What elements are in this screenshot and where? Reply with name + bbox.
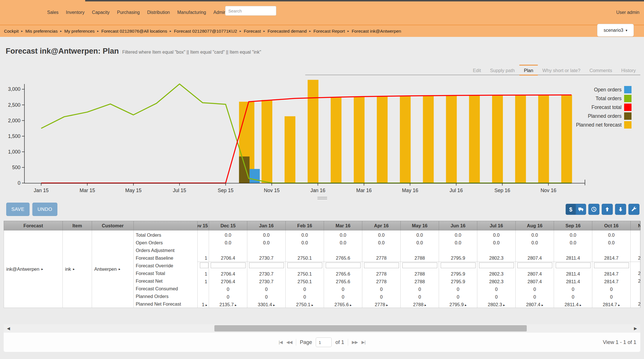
save-button[interactable]: SAVE bbox=[6, 203, 30, 216]
expand-caret-icon[interactable]: ▸ bbox=[119, 267, 120, 271]
forecast-override-input-oct-16[interactable] bbox=[594, 263, 629, 268]
cell-forecast_override-jul-16 bbox=[477, 263, 515, 270]
col-header-sep-16[interactable]: Sep 16 bbox=[554, 221, 592, 230]
col-header-nov-15-clipped[interactable]: Nov 15 bbox=[198, 221, 209, 230]
forecast-override-input-mar-16[interactable] bbox=[326, 263, 361, 268]
expand-caret-icon[interactable]: ▸ bbox=[73, 267, 75, 271]
measure-label-forecast-consumed: Forecast Consumed bbox=[134, 285, 197, 293]
drilldown-caret-icon[interactable]: ▸ bbox=[465, 303, 467, 307]
col-header-dec-15[interactable]: Dec 15 bbox=[209, 221, 247, 230]
upload-button[interactable] bbox=[602, 204, 613, 215]
col-header-oct-16[interactable]: Oct 16 bbox=[592, 221, 631, 230]
breadcrumb-item-forecast-ink-antwerpen[interactable]: Forecast ink@Antwerpen bbox=[352, 29, 401, 34]
cell-planned_orders-oct-16: 0 bbox=[592, 293, 630, 301]
expand-caret-icon[interactable]: ▸ bbox=[41, 267, 43, 271]
scroll-right-button[interactable]: ▶ bbox=[631, 324, 640, 333]
next-page-button[interactable]: ▶▶ bbox=[352, 340, 358, 345]
col-header-jul-16[interactable]: Jul 16 bbox=[477, 221, 516, 230]
first-page-button[interactable]: |◀ bbox=[279, 340, 282, 345]
nav-item-sales[interactable]: Sales bbox=[47, 10, 58, 15]
forecast-override-input-jun-16[interactable] bbox=[441, 263, 476, 268]
user-menu[interactable]: User admin bbox=[616, 0, 639, 25]
drilldown-caret-icon[interactable]: ▸ bbox=[273, 303, 275, 307]
col-header-aug-16[interactable]: Aug 16 bbox=[516, 221, 554, 230]
col-header-item[interactable]: Item bbox=[63, 221, 92, 230]
nav-item-admin[interactable]: Admin bbox=[214, 10, 226, 15]
nav-item-capacity[interactable]: Capacity bbox=[92, 10, 110, 15]
drilldown-caret-icon[interactable]: ▸ bbox=[350, 303, 352, 307]
breadcrumb-item-cockpit[interactable]: Cockpit bbox=[4, 29, 19, 34]
breadcrumb-item-forecast-02128076-all-locations[interactable]: Forecast 02128076@All locations bbox=[101, 29, 167, 34]
breadcrumb: Cockpit▸Mis preferencias▸My preferences▸… bbox=[4, 25, 401, 37]
nav-item-distribution[interactable]: Distribution bbox=[147, 10, 170, 15]
cell-open_orders-may-16: 0.0 bbox=[401, 239, 439, 247]
nav-item-inventory[interactable]: Inventory bbox=[66, 10, 85, 15]
nav-item-manufacturing[interactable]: Manufacturing bbox=[177, 10, 206, 15]
drilldown-caret-icon[interactable]: ▸ bbox=[618, 303, 620, 307]
undo-button[interactable]: UNDO bbox=[32, 203, 57, 216]
forecast-override-input-sep-16[interactable] bbox=[556, 263, 591, 268]
drilldown-caret-icon[interactable]: ▸ bbox=[235, 303, 237, 307]
forecast-override-input-apr-16[interactable] bbox=[364, 263, 399, 268]
col-may-16: 0.00.0278827882788002788▸ bbox=[401, 230, 439, 308]
drilldown-caret-icon[interactable]: ▸ bbox=[311, 303, 313, 307]
resize-handle[interactable] bbox=[317, 197, 327, 199]
x-tick-label: May 16 bbox=[402, 188, 418, 193]
col-header-may-16[interactable]: May 16 bbox=[401, 221, 439, 230]
breadcrumb-item-mis-preferencias[interactable]: Mis preferencias bbox=[25, 29, 58, 34]
currency-toggle-button[interactable]: $ bbox=[566, 204, 576, 215]
download-button[interactable] bbox=[615, 204, 626, 215]
cell-customer-label: Antwerpen bbox=[94, 266, 117, 272]
forecast-override-input-jul-16[interactable] bbox=[479, 263, 514, 268]
col-header-apr-16[interactable]: Apr 16 bbox=[362, 221, 401, 230]
drilldown-caret-icon[interactable]: ▸ bbox=[425, 303, 426, 307]
drilldown-caret-icon[interactable]: ▸ bbox=[206, 303, 207, 307]
nav-item-purchasing[interactable]: Purchasing bbox=[117, 10, 140, 15]
col-header-feb-16[interactable]: Feb 16 bbox=[286, 221, 324, 230]
measure-label-forecast-net: Forecast Net bbox=[134, 277, 197, 285]
forecast-override-input-nov-15[interactable] bbox=[200, 263, 208, 268]
scroll-left-button[interactable]: ◀ bbox=[4, 324, 13, 333]
forecast-override-input-dec-15[interactable] bbox=[211, 263, 246, 268]
drilldown-caret-icon[interactable]: ▸ bbox=[503, 303, 505, 307]
x-tick-label: Jan 15 bbox=[34, 188, 49, 193]
prev-page-button[interactable]: ◀◀ bbox=[286, 340, 292, 345]
tab-history[interactable]: History bbox=[617, 65, 640, 75]
col-header-jan-16[interactable]: Jan 16 bbox=[247, 221, 286, 230]
breadcrumb-item-forecast-02128077-10771ku2[interactable]: Forecast 02128077@10771KU2 bbox=[174, 29, 237, 34]
breadcrumb-item-forecast-report[interactable]: Forecast Report bbox=[313, 29, 345, 34]
drilldown-caret-icon[interactable]: ▸ bbox=[386, 303, 388, 307]
breadcrumb-item-forecast[interactable]: Forecast bbox=[244, 29, 261, 34]
drilldown-caret-icon[interactable]: ▸ bbox=[541, 303, 543, 307]
tab-plan[interactable]: Plan bbox=[519, 65, 538, 75]
cell-planned_orders-dec-15: 0 bbox=[209, 293, 247, 301]
units-toggle-button[interactable] bbox=[576, 204, 586, 215]
search-input[interactable] bbox=[225, 6, 276, 16]
col-header-measures[interactable] bbox=[134, 221, 198, 230]
breadcrumb-item-forecasted-demand[interactable]: Forecasted demand bbox=[267, 29, 307, 34]
col-header-customer[interactable]: Customer bbox=[92, 221, 134, 230]
history-button[interactable] bbox=[588, 204, 599, 215]
tab-supply-path[interactable]: Supply path bbox=[486, 65, 519, 75]
forecast-override-input-feb-16[interactable] bbox=[287, 263, 322, 268]
col-header-nov-16-clipped[interactable]: Nov 16 bbox=[631, 221, 641, 230]
cell-forecast_consumed-sep-16: 0 bbox=[554, 285, 592, 293]
scrollbar-thumb[interactable] bbox=[214, 325, 527, 331]
col-header-mar-16[interactable]: Mar 16 bbox=[324, 221, 362, 230]
col-header-forecast[interactable]: Forecast bbox=[4, 221, 63, 230]
settings-button[interactable] bbox=[628, 204, 639, 215]
x-tick-label: Nov 15 bbox=[264, 188, 279, 193]
breadcrumb-item-my-preferences[interactable]: My preferences bbox=[64, 29, 95, 34]
col-mar-16: 0.00.02765.62765.62765.6002765.6▸ bbox=[324, 230, 362, 308]
forecast-override-input-aug-16[interactable] bbox=[517, 263, 552, 268]
forecast-override-input-jan-16[interactable] bbox=[249, 263, 284, 268]
scenario-dropdown[interactable]: scenario3 ▾ bbox=[597, 24, 634, 37]
tab-edit[interactable]: Edit bbox=[468, 65, 485, 75]
col-header-jun-16[interactable]: Jun 16 bbox=[439, 221, 477, 230]
tab-why-short-or-late[interactable]: Why short or late? bbox=[538, 65, 585, 75]
drilldown-caret-icon[interactable]: ▸ bbox=[580, 303, 582, 307]
tab-comments[interactable]: Comments bbox=[585, 65, 617, 75]
last-page-button[interactable]: ▶| bbox=[361, 340, 365, 345]
page-number-input[interactable] bbox=[316, 337, 332, 347]
forecast-override-input-may-16[interactable] bbox=[402, 263, 437, 268]
